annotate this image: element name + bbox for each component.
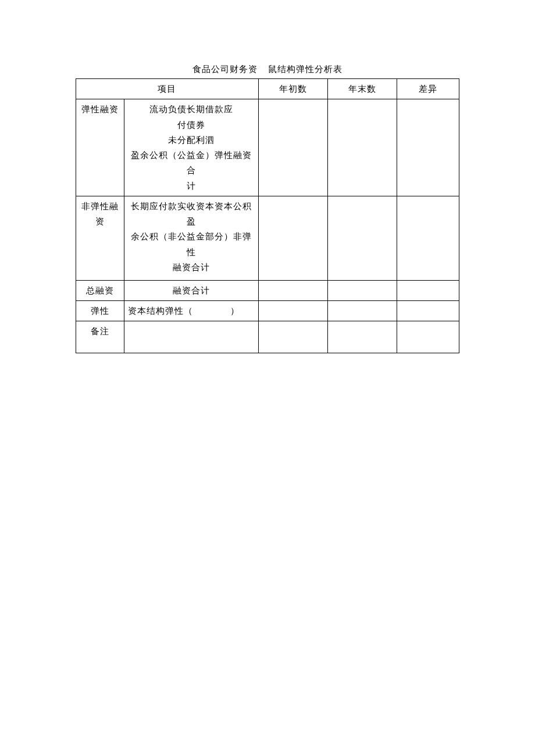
row-total: 总融资 融资合计	[76, 280, 459, 300]
title-right: 鼠结构弹性分析表	[268, 64, 343, 75]
table-title: 食品公司财务资鼠结构弹性分析表	[76, 64, 459, 75]
row-elasticity-label: 弹性	[76, 301, 124, 321]
row-total-diff	[397, 280, 459, 300]
row-nonelastic-begin	[258, 196, 327, 280]
row-nonelastic: 非弹性融资 长期应付款实收资本资本公积盈 余公积（非公益金部分）非弹性 融资合计	[76, 196, 459, 280]
row-total-end	[327, 280, 397, 300]
analysis-table: 项目 年初数 年末数 差异 弹性融资 流动负债长期借款应 付债券 未分配利泗 盈…	[76, 78, 459, 353]
title-left: 食品公司财务资	[192, 64, 258, 75]
row-remark-end	[327, 321, 397, 353]
row-elastic-label: 弹性融资	[76, 99, 124, 196]
header-project: 项目	[76, 79, 259, 99]
row-elastic-diff	[397, 99, 459, 196]
row-total-label: 总融资	[76, 280, 124, 300]
row-nonelastic-diff	[397, 196, 459, 280]
header-end: 年末数	[327, 79, 397, 99]
row-remark-diff	[397, 321, 459, 353]
row-nonelastic-end	[327, 196, 397, 280]
row-elastic-end	[327, 99, 397, 196]
row-elasticity-begin	[258, 301, 327, 321]
row-total-items: 融资合计	[124, 280, 258, 300]
row-elasticity: 弹性 资本结构弹性（ ）	[76, 301, 459, 321]
row-remark-items	[124, 321, 258, 353]
row-elastic-begin	[258, 99, 327, 196]
row-remark: 备注	[76, 321, 459, 353]
row-remark-begin	[258, 321, 327, 353]
header-begin: 年初数	[258, 79, 327, 99]
table-header-row: 项目 年初数 年末数 差异	[76, 79, 459, 99]
header-diff: 差异	[397, 79, 459, 99]
row-remark-label: 备注	[76, 321, 124, 353]
row-nonelastic-items: 长期应付款实收资本资本公积盈 余公积（非公益金部分）非弹性 融资合计	[124, 196, 258, 280]
document-page: 食品公司财务资鼠结构弹性分析表 项目 年初数 年末数 差异 弹性融资 流动负债长…	[0, 0, 535, 353]
row-total-begin	[258, 280, 327, 300]
row-nonelastic-label: 非弹性融资	[76, 196, 124, 280]
row-elasticity-diff	[397, 301, 459, 321]
row-elastic: 弹性融资 流动负债长期借款应 付债券 未分配利泗 盈余公积（公益金）弹性融资合 …	[76, 99, 459, 196]
row-elastic-items: 流动负债长期借款应 付债券 未分配利泗 盈余公积（公益金）弹性融资合 计	[124, 99, 258, 196]
row-elasticity-end	[327, 301, 397, 321]
row-elasticity-items: 资本结构弹性（ ）	[124, 301, 258, 321]
